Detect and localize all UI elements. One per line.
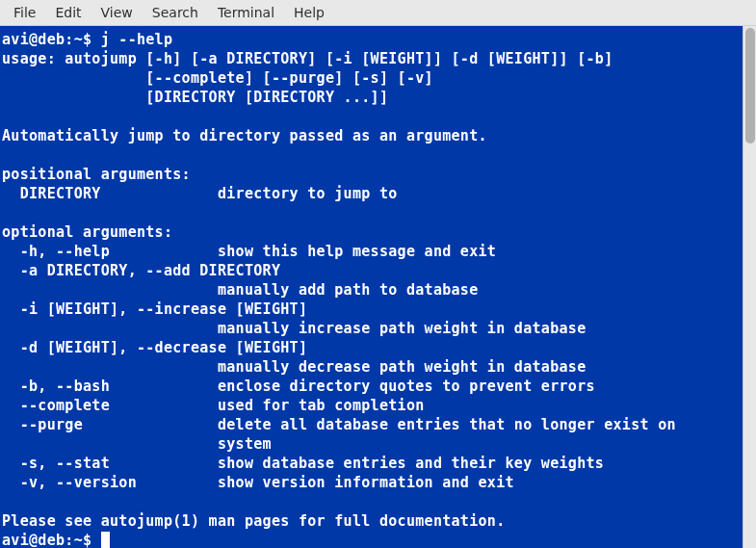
menu-terminal[interactable]: Terminal [208, 1, 284, 24]
cursor [101, 532, 110, 548]
menu-file[interactable]: File [4, 1, 45, 24]
terminal-output[interactable]: avi@deb:~$ j --help usage: autojump [-h]… [0, 26, 743, 548]
menu-bar: File Edit View Search Terminal Help [0, 0, 756, 26]
scrollbar-track[interactable] [743, 26, 756, 548]
menu-help[interactable]: Help [284, 1, 334, 24]
terminal-wrapper: avi@deb:~$ j --help usage: autojump [-h]… [0, 26, 756, 548]
menu-view[interactable]: View [91, 1, 143, 24]
menu-edit[interactable]: Edit [45, 1, 91, 24]
scrollbar-thumb[interactable] [745, 28, 755, 144]
menu-search[interactable]: Search [143, 1, 208, 24]
